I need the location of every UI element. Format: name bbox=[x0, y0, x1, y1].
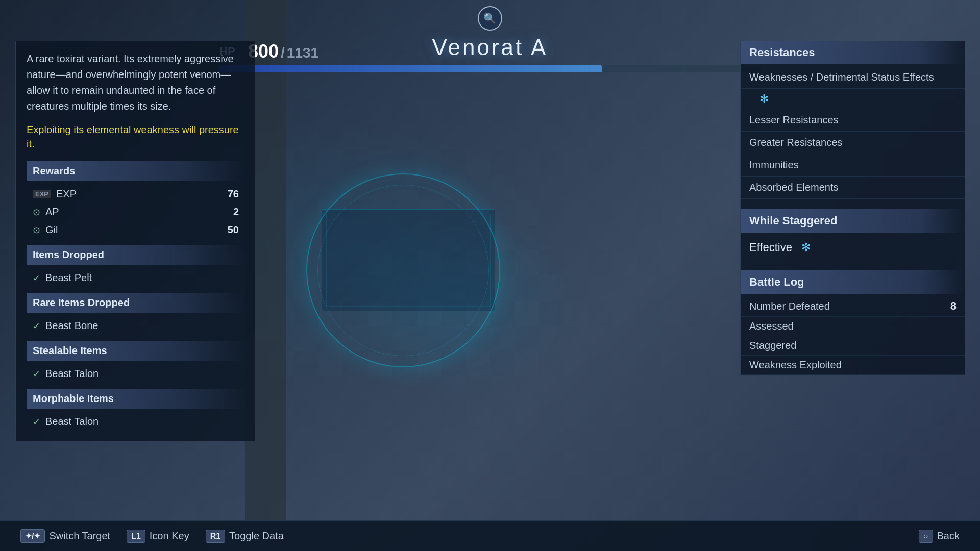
switch-target-btn: ✦/✦ bbox=[20, 529, 45, 543]
toggle-data-control[interactable]: R1 Toggle Data bbox=[206, 530, 284, 543]
rare-items-header: Rare Items Dropped bbox=[27, 293, 245, 313]
morphable-beast-talon-row: ✓ Beast Talon bbox=[27, 413, 245, 431]
immunities-label: Immunities bbox=[749, 159, 799, 171]
ap-label: AP bbox=[45, 206, 59, 218]
ap-row: ⊙ AP 2 bbox=[27, 203, 245, 221]
toggle-data-btn: R1 bbox=[206, 530, 225, 543]
absorbed-row: Absorbed Elements bbox=[741, 177, 965, 199]
target-icon: 🔍 bbox=[478, 6, 502, 31]
morphable-beast-talon-label: Beast Talon bbox=[45, 416, 99, 428]
icon-key-btn: L1 bbox=[127, 530, 145, 543]
hp-slash: / bbox=[281, 45, 285, 61]
effective-row: Effective ✻ bbox=[741, 235, 965, 260]
items-dropped-header: Items Dropped bbox=[27, 245, 245, 265]
exp-row: EXP EXP 76 bbox=[27, 185, 245, 203]
switch-target-control[interactable]: ✦/✦ Switch Target bbox=[20, 529, 110, 543]
stagger-ice-icon: ✻ bbox=[798, 240, 814, 255]
right-panel: Resistances Weaknesses / Detrimental Sta… bbox=[740, 41, 965, 375]
ap-icon: ⊙ bbox=[33, 207, 40, 218]
back-btn-icon: ○ bbox=[919, 530, 933, 543]
hp-section: HP 800/1131 bbox=[219, 41, 761, 72]
description-text: A rare toxirat variant. Its extremely ag… bbox=[27, 51, 245, 114]
rewards-header: Rewards bbox=[27, 161, 245, 181]
beast-bone-label: Beast Bone bbox=[45, 320, 98, 332]
staggered-row: Staggered bbox=[741, 336, 965, 356]
back-control[interactable]: ○ Back bbox=[919, 530, 960, 543]
lesser-resistances-label: Lesser Resistances bbox=[749, 114, 839, 126]
switch-target-label: Switch Target bbox=[49, 530, 110, 542]
stagger-header: While Staggered bbox=[741, 209, 965, 233]
icon-key-label: Icon Key bbox=[150, 530, 189, 542]
hud-circle bbox=[306, 173, 500, 367]
left-panel: A rare toxirat variant. Its extremely ag… bbox=[15, 41, 255, 441]
exp-label: EXP bbox=[56, 188, 77, 200]
check-icon-2: ✓ bbox=[33, 320, 40, 332]
toggle-data-label: Toggle Data bbox=[229, 530, 284, 542]
weakness-exploited-row: Weakness Exploited bbox=[741, 356, 965, 375]
gil-value: 50 bbox=[228, 224, 239, 236]
lesser-resistances-row: Lesser Resistances bbox=[741, 109, 965, 132]
assessed-label: Assessed bbox=[749, 320, 794, 332]
stagger-section: While Staggered Effective ✻ bbox=[741, 209, 965, 260]
exp-badge: EXP bbox=[33, 190, 51, 198]
stealable-beast-talon-row: ✓ Beast Talon bbox=[27, 365, 245, 383]
check-icon-4: ✓ bbox=[33, 416, 40, 428]
number-defeated-count: 8 bbox=[950, 299, 957, 313]
assessed-row: Assessed bbox=[741, 317, 965, 336]
beast-pelt-row: ✓ Beast Pelt bbox=[27, 269, 245, 287]
beast-pelt-label: Beast Pelt bbox=[45, 272, 92, 284]
number-defeated-row: Number Defeated 8 bbox=[741, 296, 965, 317]
bottom-controls: ✦/✦ Switch Target L1 Icon Key R1 Toggle … bbox=[20, 529, 284, 543]
hp-max: 1131 bbox=[287, 45, 318, 61]
check-icon-3: ✓ bbox=[33, 368, 40, 380]
greater-resistances-label: Greater Resistances bbox=[749, 137, 842, 148]
battle-log-header: Battle Log bbox=[741, 270, 965, 294]
bottom-bar: ✦/✦ Switch Target L1 Icon Key R1 Toggle … bbox=[0, 520, 980, 551]
number-defeated-label: Number Defeated bbox=[749, 300, 830, 312]
greater-resistances-row: Greater Resistances bbox=[741, 132, 965, 154]
gil-row: ⊙ Gil 50 bbox=[27, 221, 245, 239]
weakness-note: Exploiting its elemental weakness will p… bbox=[27, 122, 245, 151]
stealable-header: Stealable Items bbox=[27, 341, 245, 361]
check-icon: ✓ bbox=[33, 272, 40, 284]
beast-bone-row: ✓ Beast Bone bbox=[27, 317, 245, 335]
weaknesses-label: Weaknesses / Detrimental Status Effects bbox=[749, 71, 934, 83]
weakness-exploited-label: Weakness Exploited bbox=[749, 359, 842, 371]
hp-bar-track bbox=[219, 65, 761, 72]
ice-icon: ✻ bbox=[756, 91, 772, 107]
morphable-header: Morphable Items bbox=[27, 389, 245, 409]
ap-value: 2 bbox=[233, 206, 239, 218]
back-label: Back bbox=[937, 530, 960, 542]
gil-label: Gil bbox=[45, 224, 58, 236]
hp-numbers: 800/1131 bbox=[248, 41, 318, 62]
immunities-row: Immunities bbox=[741, 154, 965, 177]
ice-weakness: ✻ bbox=[741, 89, 965, 109]
gil-icon: ⊙ bbox=[33, 224, 40, 236]
stealable-beast-talon-label: Beast Talon bbox=[45, 368, 99, 380]
absorbed-label: Absorbed Elements bbox=[749, 182, 839, 193]
effective-label: Effective bbox=[749, 241, 792, 254]
exp-value: 76 bbox=[228, 188, 239, 200]
hp-bar-fill bbox=[219, 65, 602, 72]
weaknesses-row: Weaknesses / Detrimental Status Effects bbox=[741, 66, 965, 89]
resistances-header: Resistances bbox=[741, 41, 965, 64]
staggered-label: Staggered bbox=[749, 340, 796, 352]
battle-log-section: Battle Log Number Defeated 8 Assessed St… bbox=[741, 270, 965, 375]
icon-key-control[interactable]: L1 Icon Key bbox=[127, 530, 189, 543]
